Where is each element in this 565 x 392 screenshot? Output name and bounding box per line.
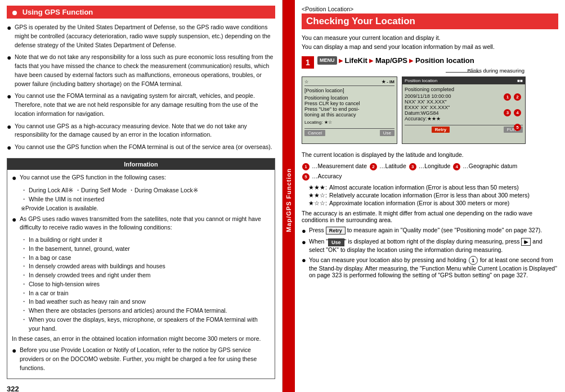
right-bullet-1: ● Press Retry to measure again in "Quali… — [302, 227, 558, 236]
retry-button[interactable]: Retry — [432, 127, 450, 133]
arrow-3: ▶ — [409, 56, 414, 65]
use-button-left[interactable]: Use — [380, 130, 394, 136]
step-position-location: Position location — [415, 55, 474, 66]
desc2: The accuracy is an estimate. It might di… — [302, 210, 558, 223]
legend-circle-1: 1 — [302, 163, 310, 170]
legend-circle-4: 4 — [453, 163, 460, 170]
accuracy-item-3: ★☆☆: Approximate location information (E… — [308, 200, 558, 206]
legend-circle-3: 3 — [409, 163, 416, 170]
arrow-2: ▶ — [369, 56, 374, 65]
screen-line3: Press "Use" to end posi- — [304, 106, 394, 112]
accuracy-section: ★★★: Almost accurate location informatio… — [308, 184, 558, 208]
screen-data: 1 2 2009/11/18 10:00:00 NXX' XX' XX.XXX"… — [405, 93, 523, 121]
arrow-1: ▶ — [339, 56, 343, 65]
right-top-label: <Position Location> — [302, 6, 558, 12]
info-box: Information ● You cannot use the GPS fun… — [7, 158, 275, 380]
screen-line2: Press CLR key to cancel — [304, 101, 394, 106]
sidebar: Map/GPS Function — [282, 0, 295, 392]
info-sub-3: ※Provide Location is available. — [21, 204, 270, 213]
left-body: ● GPS is operated by the United States D… — [7, 23, 275, 392]
positioning-completed: Positioning completed — [405, 87, 523, 92]
info-sub-1: ・ During Lock All※ ・During Self Mode ・Du… — [21, 186, 270, 195]
use-badge: Use — [328, 238, 344, 246]
info-bullet-1: ● You cannot use the GPS function in the… — [12, 173, 270, 183]
screen-line1: Positioning location — [304, 95, 394, 101]
legend-circle-2: 2 — [370, 163, 377, 170]
step-lifekit: LifeKit — [345, 55, 367, 66]
bullet-dot-4: ● — [7, 122, 12, 140]
left-bullet-1: ● GPS is operated by the United States D… — [7, 23, 275, 49]
circle-3: 3 — [504, 109, 511, 116]
circle-1: 1 — [504, 93, 511, 101]
info-bullet-3: ● Before you use Provide Location or Not… — [12, 346, 270, 372]
info-bullet-2: ● As GPS uses radio waves transmitted fr… — [12, 215, 270, 233]
left-bullet-4: ● You cannot use GPS as a high-accuracy … — [7, 122, 275, 140]
left-bullet-3: ● You cannot use the FOMA terminal as a … — [7, 92, 275, 118]
circle-5: 5 — [514, 124, 521, 131]
circle-4: 4 — [514, 109, 521, 116]
locating-stars: Locating: ★☆ — [304, 120, 394, 125]
screens-area: Blinks during measuring ☆ ★ - IM [Positi… — [302, 76, 558, 144]
accuracy-item-2: ★★☆: Relatively accurate location inform… — [308, 192, 558, 199]
screen-left-bottom: Cancel Use — [304, 128, 394, 136]
info-box-title: Information — [7, 159, 275, 170]
left-panel: Using GPS Function ● GPS is operated by … — [0, 0, 282, 392]
sidebar-label: Map/GPS Function — [285, 168, 292, 232]
step-1-number: 1 — [302, 56, 314, 69]
left-bullet-2: ● Note that we do not take any responsib… — [7, 53, 275, 88]
screen-left: ☆ ★ - IM [Position location] Positioning… — [302, 76, 397, 144]
screen-right: Position location ■■ Positioning complet… — [402, 76, 526, 144]
blinks-label: Blinks during measuring — [468, 67, 524, 74]
accuracy-item-1: ★★★: Almost accurate location informatio… — [308, 184, 558, 191]
cancel-button[interactable]: Cancel — [304, 130, 325, 136]
key-1-icon: 1 — [469, 256, 478, 265]
screen-left-header: ☆ ★ - IM — [304, 79, 394, 86]
menu-icon: MENU — [317, 56, 337, 65]
left-bullet-5: ● You cannot use the GPS function when t… — [7, 143, 275, 152]
right-bullet-2: ● When "Use" is displayed at bottom righ… — [302, 238, 558, 253]
info-sub-2: ・ While the UIM is not inserted — [21, 195, 270, 204]
screen-right-title: Position location — [405, 78, 437, 83]
screen-right-bottom: Retry FUNC — [405, 125, 523, 133]
screen-right-header: Position location ■■ — [402, 77, 525, 84]
legend-circle-5: 5 — [302, 173, 310, 181]
blinks-line — [446, 72, 479, 73]
right-title: Checking Your Location — [302, 13, 558, 29]
left-title: Using GPS Function — [7, 6, 275, 19]
retry-badge: Retry — [326, 227, 346, 235]
accuracy-row: Accuracy:★★★ — [405, 116, 523, 121]
bullet-dot-2: ● — [7, 53, 12, 88]
step-1-text: MENU ▶ LifeKit ▶ Map/GPS ▶ Position loca… — [317, 55, 474, 66]
page-number: 322 — [7, 384, 275, 392]
step-1: 1 MENU ▶ LifeKit ▶ Map/GPS ▶ Position lo… — [302, 55, 558, 69]
bullet-dot-5: ● — [7, 143, 12, 152]
desc1: The current location is displayed by the… — [302, 151, 558, 163]
bullet-dot-1: ● — [7, 23, 12, 49]
screen-line4: tioning at this accuracy — [304, 112, 394, 118]
right-bullet-3: ● You can measure your location also by … — [302, 256, 558, 278]
legend-row: 1 …Measurement date 2 …Latitude 3 …Longi… — [302, 163, 558, 180]
circle-2: 2 — [514, 93, 521, 101]
right-intro1: You can measure your current location an… — [302, 34, 558, 52]
screen-bracket-text: [Position location] — [304, 88, 394, 93]
step-mapgps: Map/GPS — [375, 55, 407, 66]
bullet-dot-3: ● — [7, 92, 12, 118]
right-panel: <Position Location> Checking Your Locati… — [295, 0, 565, 392]
